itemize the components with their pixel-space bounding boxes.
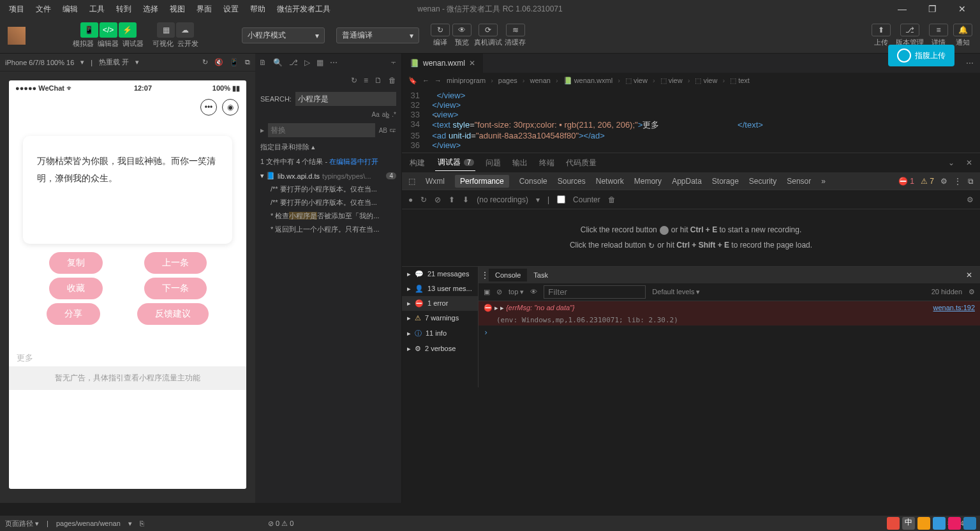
console-filter-row[interactable]: ▸ 💬 21 messages <box>402 267 478 281</box>
debugger-button[interactable]: ⚡ <box>119 22 137 38</box>
console-error-row[interactable]: ⛔ ▸ ▸ {errMsg: "no ad data"} wenan.ts:19… <box>479 301 980 315</box>
devtab-more-icon[interactable]: » <box>821 177 826 186</box>
share-button[interactable]: 分享 <box>47 303 100 325</box>
cloud-button[interactable]: ☁ <box>176 22 194 38</box>
fwd-icon[interactable]: → <box>434 77 442 84</box>
bookmark-icon[interactable]: 🔖 <box>408 77 417 85</box>
more-icon[interactable]: ⋯ <box>330 58 338 67</box>
devtab[interactable]: AppData <box>672 177 702 186</box>
gear-icon[interactable]: ⚙ <box>940 177 947 186</box>
devtab[interactable]: Console <box>519 177 547 186</box>
menu-item[interactable]: 转到 <box>111 1 137 17</box>
preserve-case-icon[interactable]: AB <box>379 127 387 134</box>
newfile-icon[interactable]: 🗋 <box>375 76 382 85</box>
sidebar-toggle-icon[interactable]: ▣ <box>484 288 490 296</box>
panel-tab[interactable]: 构建 <box>408 155 426 171</box>
search-input[interactable] <box>295 92 396 106</box>
eye-icon[interactable]: 👁 <box>530 288 537 295</box>
close-tab-icon[interactable]: ✕ <box>469 59 475 68</box>
devtab[interactable]: Sources <box>558 177 586 186</box>
devtab[interactable]: Wxml <box>426 177 445 186</box>
tray-icon[interactable] <box>917 517 930 530</box>
filter-input[interactable] <box>544 285 646 299</box>
back-icon[interactable]: ← <box>422 77 429 84</box>
refresh-icon[interactable]: ↻ <box>202 58 208 66</box>
prev-button[interactable]: 上一条 <box>144 252 207 274</box>
next-button[interactable]: 下一条 <box>144 278 207 299</box>
debug-icon[interactable]: ▷ <box>304 58 310 67</box>
drawer-menu-icon[interactable]: ⋮ <box>481 271 489 280</box>
feedback-button[interactable]: 反馈建议 <box>137 303 209 325</box>
detail-button[interactable]: ≡ <box>929 24 948 36</box>
tray-icon[interactable]: 中 <box>902 517 915 530</box>
replace-input[interactable] <box>268 123 375 137</box>
result-line[interactable]: * 检查小程序是否被添加至「我的... <box>255 209 401 223</box>
split-icon[interactable]: ⫟ <box>390 58 397 67</box>
status-copy-icon[interactable]: ⎘ <box>140 520 144 527</box>
version-button[interactable]: ⎇ <box>900 24 919 36</box>
console-filter-row[interactable]: ▸ ⛔ 1 error <box>402 296 478 311</box>
levels-select[interactable]: Default levels ▾ <box>652 288 700 296</box>
console-prompt[interactable]: › <box>479 325 980 340</box>
expand-replace-icon[interactable]: ▸ <box>260 126 264 135</box>
status-errors[interactable]: ⊘ 0 ⚠ 0 <box>268 520 293 528</box>
hidden-label[interactable]: 20 hidden <box>932 288 962 295</box>
capsule-menu-icon[interactable]: ••• <box>200 99 217 116</box>
upload-badge[interactable]: 指腹上传 <box>888 45 954 66</box>
tray-icon[interactable] <box>948 517 961 530</box>
panel-tab[interactable]: 问题 <box>484 155 502 171</box>
result-file[interactable]: ▾ 📘 lib.wx.api.d.ts typings/types\...4 <box>255 169 401 183</box>
compile-button[interactable]: ↻ <box>431 24 450 36</box>
device-label[interactable]: iPhone 6/7/8 100% 16 <box>5 59 74 66</box>
menu-item[interactable]: 微信开发者工具 <box>272 1 336 17</box>
context-select[interactable]: top ▾ <box>509 288 524 296</box>
result-line[interactable]: /** 要打开的小程序版本。仅在当... <box>255 183 401 196</box>
avatar[interactable] <box>8 27 26 45</box>
clear-cache-button[interactable]: ≋ <box>506 24 525 36</box>
hot-reload-label[interactable]: 热重载 开 <box>99 57 129 67</box>
trash-icon[interactable]: 🗑 <box>608 195 616 204</box>
minimize-icon[interactable]: — <box>893 1 912 17</box>
devtab[interactable]: Storage <box>712 177 739 186</box>
upload-button[interactable]: ⬆ <box>872 24 891 36</box>
console-filter-row[interactable]: ▸ 👤 13 user mes... <box>402 281 478 296</box>
explorer-icon[interactable]: 🗎 <box>259 58 267 67</box>
menu-item[interactable]: 工具 <box>84 1 110 17</box>
popout-icon[interactable]: ⧉ <box>245 58 250 66</box>
mute-icon[interactable]: 🔇 <box>214 58 223 66</box>
devtab[interactable]: Sensor <box>787 177 811 186</box>
menu-item[interactable]: 选择 <box>138 1 163 17</box>
menu-item[interactable]: 文件 <box>31 1 56 17</box>
menu-item[interactable]: 帮助 <box>245 1 271 17</box>
visualize-button[interactable]: ▦ <box>157 22 175 38</box>
error-source-link[interactable]: wenan.ts:192 <box>933 304 975 312</box>
devtab[interactable]: Security <box>749 177 776 186</box>
capsule-close-icon[interactable]: ◉ <box>222 99 239 116</box>
search-scope[interactable]: 指定目录和排除 ▴ <box>255 140 401 154</box>
open-in-editor-link[interactable]: 在编辑器中打开 <box>329 158 378 165</box>
console-tab[interactable]: Console <box>489 269 527 281</box>
devtab[interactable]: Memory <box>634 177 662 186</box>
perf-gear-icon[interactable]: ⚙ <box>967 195 974 204</box>
editor-more-icon[interactable]: ⋯ <box>960 59 980 68</box>
tray-icon[interactable] <box>887 517 900 530</box>
dock-icon[interactable]: ⧉ <box>968 177 974 186</box>
inspect-icon[interactable]: ⬚ <box>408 177 415 186</box>
menu-item[interactable]: 视图 <box>165 1 190 17</box>
devtab[interactable]: Performance <box>455 175 509 188</box>
menu-item[interactable]: 项目 <box>4 1 29 17</box>
status-path-label[interactable]: 页面路径 ▾ <box>5 519 39 528</box>
task-tab[interactable]: Task <box>527 269 554 281</box>
editor-button[interactable]: </> <box>100 22 117 38</box>
match-case-icon[interactable]: Aa <box>372 111 380 118</box>
panel-collapse-icon[interactable]: ⌄ <box>947 156 956 170</box>
console-filter-row[interactable]: ▸ ⚙ 2 verbose <box>402 341 478 356</box>
code-editor[interactable]: 31 </view> 32 </view> 33⌄ <view> 34 <tex… <box>402 88 980 153</box>
counter-checkbox[interactable] <box>557 195 565 204</box>
panel-tab[interactable]: 终端 <box>538 155 556 171</box>
kebab-icon[interactable]: ⋮ <box>954 177 961 186</box>
upload-perf-icon[interactable]: ⬆ <box>449 195 455 204</box>
panel-tab[interactable]: 输出 <box>511 155 529 171</box>
refresh-search-icon[interactable]: ↻ <box>351 76 357 85</box>
clear-icon[interactable]: ⊘ <box>434 195 441 204</box>
